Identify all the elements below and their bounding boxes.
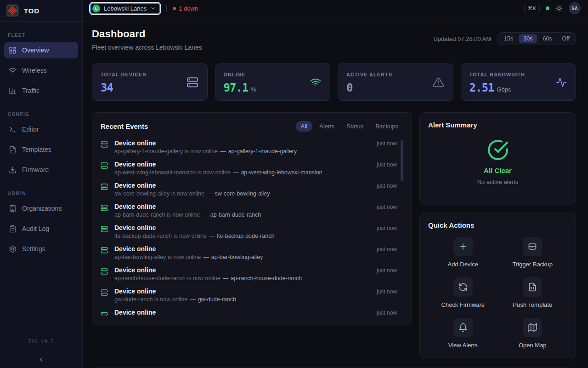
- chevron-left-icon: [38, 356, 45, 363]
- event-description: ap-west-wing-lebowski-mansion is now onl…: [114, 169, 397, 176]
- sidebar-item-audit-log[interactable]: Audit Log: [4, 220, 78, 237]
- file-code-icon: [523, 277, 542, 297]
- recent-events-panel: Recent Events All Alerts Status Backups: [92, 112, 412, 325]
- event-time: just now: [377, 183, 397, 189]
- right-column: Alert Summary All Clear No active alerts…: [419, 112, 576, 359]
- quick-actions-title: Quick Actions: [428, 221, 474, 229]
- event-description: sw-core-bowling-alley is now online—sw-c…: [114, 190, 397, 197]
- wifi-icon: [310, 77, 321, 88]
- sidebar-item-overview[interactable]: Overview: [4, 42, 78, 58]
- alert-summary-panel: Alert Summary All Clear No active alerts: [419, 112, 576, 205]
- stat-unit: %: [251, 86, 256, 93]
- sidebar-item-label: Overview: [22, 46, 49, 54]
- interval-60s-button[interactable]: 60s: [538, 34, 556, 43]
- sidebar-item-settings[interactable]: Settings: [4, 241, 78, 257]
- event-row: Device online just now gw-dude-ranch is …: [101, 288, 397, 303]
- bell-icon: [453, 318, 473, 337]
- stat-label: ONLINE: [224, 72, 322, 77]
- event-row: Device online just now ap-bar-bowling-al…: [101, 245, 397, 260]
- alert-status-text: All Clear: [484, 167, 512, 174]
- layout-grid-icon: [9, 46, 17, 54]
- main-area: L Lebowski Lanes 1 down ⌘K SA: [83, 0, 588, 368]
- sidebar-item-templates[interactable]: Templates: [4, 141, 78, 158]
- sidebar-collapse-button[interactable]: [0, 351, 82, 368]
- stat-card-active-alerts: ACTIVE ALERTS 0: [338, 63, 453, 101]
- event-description: ap-ranch-house-dude-ranch is now online—…: [114, 275, 397, 282]
- server-icon: [101, 247, 108, 254]
- nav-section-admin: ADMIN: [4, 182, 78, 200]
- sidebar-item-label: Settings: [22, 245, 45, 253]
- event-device-name: sw-core-bowling-alley: [215, 190, 270, 197]
- interval-off-button[interactable]: Off: [558, 34, 574, 43]
- recent-events-title: Recent Events: [101, 122, 148, 130]
- theme-toggle-button[interactable]: [555, 5, 563, 12]
- event-title: Device online: [114, 288, 156, 295]
- server-icon: [101, 141, 108, 148]
- server-icon: [101, 268, 108, 275]
- stat-label: TOTAL BANDWIDTH: [469, 72, 568, 77]
- quick-action-label: Trigger Backup: [512, 261, 553, 268]
- event-row: Device online just now: [101, 309, 397, 317]
- sidebar-item-firmware[interactable]: Firmware: [4, 161, 78, 178]
- quick-action-label: Add Device: [448, 261, 478, 268]
- topbar-divider: [166, 5, 167, 12]
- quick-actions-panel: Quick Actions Add Device: [419, 213, 576, 359]
- down-dot-icon: [173, 7, 176, 10]
- plus-icon: [453, 237, 473, 256]
- sidebar-header: TOD: [0, 0, 82, 22]
- quick-action-trigger-backup[interactable]: Trigger Backup: [498, 237, 568, 268]
- nav-section-fleet: FLEET: [4, 23, 78, 42]
- event-row: Device online just now ap-barn-dude-ranc…: [101, 203, 397, 218]
- command-palette-shortcut[interactable]: ⌘K: [524, 4, 540, 13]
- event-row: Device online just now ap-ranch-house-du…: [101, 266, 397, 282]
- org-selector-dropdown[interactable]: L Lebowski Lanes: [90, 3, 160, 14]
- chevron-down-icon: [150, 6, 156, 11]
- event-description: ap-barn-dude-ranch is now online—ap-barn…: [114, 212, 397, 218]
- event-device-name: ap-ranch-house-dude-ranch: [231, 275, 302, 282]
- sidebar-item-organizations[interactable]: Organizations: [4, 200, 78, 217]
- sidebar-item-editor[interactable]: Editor: [4, 121, 78, 138]
- sidebar-item-wireless[interactable]: Wireless: [4, 62, 78, 79]
- quick-action-check-firmware[interactable]: Check Firmware: [428, 277, 498, 308]
- quick-action-label: View Alerts: [448, 342, 478, 349]
- sidebar-item-label: Templates: [22, 146, 51, 153]
- event-title: Device online: [114, 224, 156, 231]
- event-time: just now: [377, 267, 397, 274]
- sidebar-item-label: Wireless: [22, 67, 47, 74]
- org-selector-label: Lebowski Lanes: [104, 5, 147, 12]
- quick-action-open-map[interactable]: Open Map: [498, 318, 568, 349]
- interval-15s-button[interactable]: 15s: [499, 34, 518, 43]
- server-icon: [101, 204, 108, 212]
- interval-30s-button[interactable]: 30s: [519, 34, 537, 43]
- tab-backups[interactable]: Backups: [370, 121, 403, 132]
- quick-action-label: Open Map: [519, 342, 547, 349]
- stat-card-total-devices: TOTAL DEVICES 34: [92, 63, 208, 101]
- brand-logo-icon: [6, 4, 19, 17]
- event-time: just now: [377, 140, 397, 147]
- quick-action-add-device[interactable]: Add Device: [428, 237, 498, 268]
- tab-all[interactable]: All: [296, 121, 312, 132]
- tab-status[interactable]: Status: [341, 121, 368, 132]
- event-title: Device online: [114, 309, 156, 316]
- stat-unit: Gbps: [497, 86, 511, 93]
- tab-alerts[interactable]: Alerts: [314, 121, 339, 132]
- refresh-interval-segmented-control: 15s 30s 60s Off: [498, 32, 576, 45]
- connection-status-dot: [546, 6, 549, 10]
- stat-label: TOTAL DEVICES: [101, 72, 199, 77]
- scrollbar-thumb[interactable]: [401, 140, 403, 181]
- event-device-name: gw-dude-ranch: [198, 296, 236, 303]
- user-avatar[interactable]: SA: [569, 2, 581, 14]
- page-content: Dashboard Fleet overview across Lebowski…: [83, 17, 588, 368]
- alert-summary-body: All Clear No active alerts: [428, 139, 567, 185]
- building-icon: [9, 205, 17, 213]
- event-time: just now: [377, 246, 397, 253]
- server-icon: [101, 289, 108, 296]
- wifi-icon: [9, 67, 17, 75]
- refresh-controls: Updated 07:28:00 AM 15s 30s 60s Off: [433, 32, 576, 45]
- sidebar-item-traffic[interactable]: Traffic: [4, 82, 78, 99]
- quick-action-view-alerts[interactable]: View Alerts: [428, 318, 498, 349]
- stat-value: 0: [346, 81, 352, 94]
- check-circle-icon: [487, 139, 509, 161]
- quick-action-push-template[interactable]: Push Template: [498, 277, 568, 308]
- bar-chart-icon: [9, 87, 17, 95]
